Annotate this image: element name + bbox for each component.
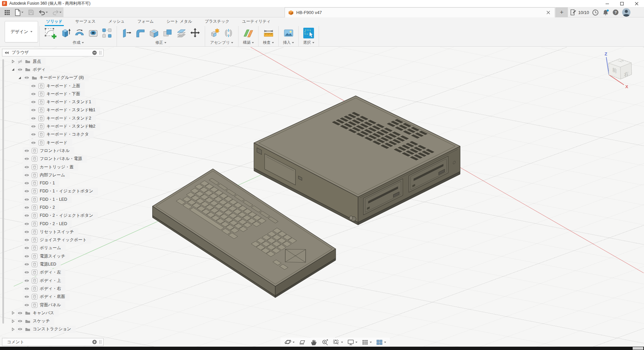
browser-item[interactable]: 電源スイッチ — [0, 252, 144, 260]
visibility-eye-icon[interactable] — [31, 84, 36, 88]
shell-icon[interactable] — [149, 28, 159, 38]
ribbon-tab[interactable]: プラスチック — [203, 19, 231, 26]
measure-icon[interactable] — [263, 28, 274, 38]
browser-item[interactable]: リセットスイッチ — [0, 228, 144, 236]
add-comment-icon[interactable] — [92, 340, 97, 344]
visibility-eye-icon[interactable] — [24, 230, 29, 234]
visibility-eye-icon[interactable] — [17, 327, 23, 331]
minimize-panel-icon[interactable] — [92, 50, 97, 55]
browser-item[interactable]: カートリッジ・蓋 — [0, 163, 144, 171]
visibility-eye-icon[interactable] — [24, 254, 29, 258]
visibility-eye-icon[interactable] — [24, 165, 29, 169]
avatar-icon[interactable] — [622, 8, 631, 17]
browser-item[interactable]: キーボード・上面 — [0, 82, 144, 90]
ribbon-group-label[interactable]: アセンブリ — [210, 40, 233, 46]
expand-arrow-icon[interactable] — [17, 76, 23, 79]
visibility-eye-icon[interactable] — [24, 222, 29, 226]
browser-item[interactable]: キーボード・スタンド2 — [0, 114, 144, 122]
browser-item[interactable]: フロントパネル — [0, 147, 144, 155]
display-tool-button[interactable] — [346, 338, 358, 347]
visibility-eye-icon[interactable] — [31, 117, 36, 120]
browser-item[interactable]: ボディ — [0, 65, 144, 73]
panel-grip[interactable] — [100, 340, 101, 344]
viewports-tool-button[interactable] — [375, 338, 387, 347]
visibility-eye-icon[interactable] — [24, 238, 29, 242]
undo-button[interactable] — [37, 8, 49, 17]
ribbon-tab[interactable]: ソリッド — [45, 19, 64, 26]
visibility-eye-icon[interactable] — [24, 271, 29, 274]
browser-header[interactable]: ブラウザ — [2, 49, 104, 56]
visibility-eye-icon[interactable] — [24, 214, 29, 217]
visibility-eye-icon[interactable] — [24, 198, 29, 201]
visibility-eye-icon[interactable] — [17, 60, 23, 63]
visibility-eye-icon[interactable] — [17, 319, 23, 323]
browser-item[interactable]: FDD・2・LED — [0, 220, 144, 228]
view-cube[interactable]: Z X 上 前 右 — [598, 50, 644, 94]
ribbon-tab[interactable]: ユーティリティ — [241, 19, 272, 26]
browser-item[interactable]: FDD・2・イジェクトボタン — [0, 212, 144, 220]
collapse-panel-icon[interactable] — [4, 51, 9, 54]
browser-item[interactable]: スケッチ — [0, 317, 144, 325]
browser-item[interactable]: キーボード・スタンド1 — [0, 98, 144, 106]
look-at-tool-button[interactable] — [298, 338, 307, 347]
document-tab[interactable]: HB-F900 v47 — [285, 7, 555, 17]
ribbon-group-label[interactable]: 検査 — [263, 40, 274, 46]
browser-item[interactable]: ボディ・上 — [0, 277, 144, 285]
expand-arrow-icon[interactable] — [10, 320, 16, 323]
orbit-tool-button[interactable] — [283, 338, 296, 347]
job-status[interactable]: 10/10 — [570, 7, 589, 17]
workspace-selector[interactable]: デザイン — [5, 21, 38, 42]
ribbon-group-label[interactable]: 挿入 — [283, 40, 294, 46]
browser-item[interactable]: 電源LED — [0, 260, 144, 268]
visibility-eye-icon[interactable] — [24, 76, 29, 79]
fit-tool-button[interactable] — [332, 338, 344, 347]
select-icon[interactable] — [303, 27, 314, 39]
ribbon-tab[interactable]: シート メタル — [165, 19, 193, 26]
app-grid-button[interactable] — [3, 8, 12, 17]
zoom-tool-button[interactable] — [320, 338, 330, 347]
visibility-eye-icon[interactable] — [24, 246, 29, 250]
construction-plane-icon[interactable] — [243, 28, 254, 38]
visibility-eye-icon[interactable] — [24, 287, 29, 291]
expand-arrow-icon[interactable] — [10, 60, 16, 63]
expand-arrow-icon[interactable] — [10, 328, 16, 331]
extrude-icon[interactable] — [60, 28, 71, 38]
browser-item[interactable]: 内部フレーム — [0, 171, 144, 179]
browser-item[interactable]: キャンバス — [0, 309, 144, 317]
visibility-eye-icon[interactable] — [17, 68, 23, 71]
browser-item[interactable]: 背面パネル — [0, 301, 144, 309]
insert-image-icon[interactable] — [283, 28, 294, 38]
browser-item[interactable]: ジョイスティックポート — [0, 236, 144, 244]
browser-item[interactable]: ボディ・左 — [0, 269, 144, 277]
new-component-icon[interactable] — [209, 28, 220, 38]
expand-arrow-icon[interactable] — [10, 311, 16, 315]
browser-item[interactable]: キーボードグループ (8) — [0, 74, 144, 82]
visibility-eye-icon[interactable] — [31, 100, 36, 104]
new-tab-button[interactable]: + — [555, 7, 568, 17]
visibility-eye-icon[interactable] — [24, 279, 29, 283]
visibility-eye-icon[interactable] — [31, 133, 36, 136]
tab-close-icon[interactable] — [545, 9, 551, 16]
viewport[interactable]: Z X 上 前 右 ブラウザ 原点ボディキーボードグループ (8)キーボード・上… — [0, 47, 644, 347]
browser-item[interactable]: キーボード・スタンド軸2 — [0, 122, 144, 130]
visibility-eye-icon[interactable] — [31, 92, 36, 96]
visibility-eye-icon[interactable] — [24, 262, 29, 266]
ribbon-tab[interactable]: メッシュ — [107, 19, 126, 26]
comment-bar[interactable]: コメント — [2, 338, 104, 346]
browser-item[interactable]: キーボード・スタンド軸1 — [0, 106, 144, 114]
ribbon-group-label[interactable]: 修正 — [155, 40, 166, 46]
maximize-button[interactable] — [615, 0, 629, 7]
joint-icon[interactable] — [223, 28, 234, 38]
grid-display-tool-button[interactable] — [360, 338, 373, 347]
revolve-icon[interactable] — [74, 28, 85, 38]
visibility-eye-icon[interactable] — [24, 157, 29, 161]
ribbon-group-label[interactable]: 構築 — [243, 40, 254, 46]
system-unit-body[interactable] — [254, 96, 460, 225]
browser-item[interactable]: ボディ・右 — [0, 285, 144, 293]
browser-item[interactable]: フロントパネル・電源 — [0, 155, 144, 163]
visibility-eye-icon[interactable] — [24, 206, 29, 209]
visibility-eye-icon[interactable] — [31, 125, 36, 128]
save-button[interactable] — [26, 8, 36, 17]
browser-item[interactable]: コンストラクション — [0, 325, 144, 333]
panel-grip[interactable] — [100, 51, 101, 55]
